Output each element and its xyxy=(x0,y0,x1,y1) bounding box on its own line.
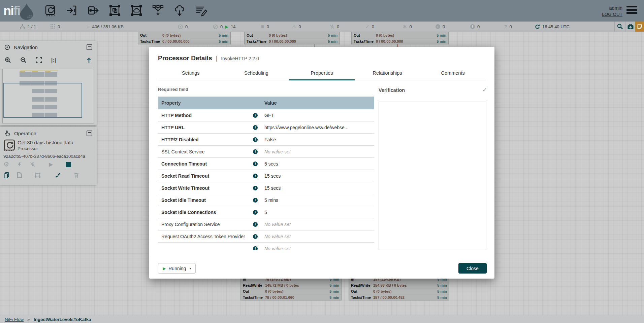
copy-icon[interactable] xyxy=(3,172,9,178)
verify-check-icon[interactable]: ✓ xyxy=(482,86,487,94)
tab-scheduling[interactable]: Scheduling xyxy=(224,66,289,80)
active-threads-status: 0 xyxy=(51,22,60,32)
zoom-out-button[interactable] xyxy=(20,57,27,63)
info-icon[interactable]: i xyxy=(253,198,258,203)
configure-icon[interactable]: ⚙ xyxy=(3,161,9,168)
global-menu-icon[interactable] xyxy=(626,6,637,14)
palette-process-group-icon[interactable] xyxy=(108,3,121,19)
stop-icon[interactable] xyxy=(66,162,71,167)
column-value: Value xyxy=(253,100,277,106)
running-status: ▶ 14 xyxy=(225,22,235,32)
paste-icon[interactable] xyxy=(17,172,22,178)
breadcrumb-root-link[interactable]: NiFi Flow xyxy=(5,317,24,322)
info-icon[interactable]: i xyxy=(253,246,258,251)
search-button[interactable] xyxy=(614,22,625,32)
info-icon[interactable]: i xyxy=(253,222,258,227)
info-icon[interactable]: i xyxy=(253,210,258,215)
collapse-icon[interactable] xyxy=(87,44,92,50)
table-row: Socket Write Timeout i 15 secs xyxy=(158,182,374,194)
up-to-date-status: ✓ 0 xyxy=(365,22,374,32)
info-icon[interactable]: i xyxy=(253,234,258,239)
queued-status: ≡ 406 / 351.06 KB xyxy=(87,22,124,32)
palette-output-port-icon[interactable] xyxy=(87,3,100,19)
info-icon[interactable]: i xyxy=(253,174,258,178)
refresh-icon[interactable] xyxy=(535,24,540,29)
minimap-node xyxy=(45,72,57,77)
palette-processor-icon[interactable] xyxy=(44,3,57,19)
search-icon xyxy=(617,24,623,30)
cluster-status: 1 / 1 xyxy=(20,22,36,32)
table-row: Socket Idle Timeout i 5 mins xyxy=(158,194,374,206)
table-row: Socket Idle Connections i 5 xyxy=(158,206,374,218)
locally-modified-status: ∗ 0 xyxy=(402,22,412,32)
tab-properties[interactable]: Properties xyxy=(289,66,355,80)
palette-input-port-icon[interactable] xyxy=(65,3,78,19)
run-state-button[interactable]: ▶ Running ▾ xyxy=(158,263,196,274)
dialog-tabs: Settings Scheduling Properties Relations… xyxy=(158,66,486,80)
first-aid-button[interactable] xyxy=(625,22,635,32)
table-row: Connection Timeout i 5 secs xyxy=(158,158,374,170)
info-icon[interactable]: i xyxy=(253,149,258,154)
table-row: SSL Context Service i No value set xyxy=(158,146,374,158)
nifi-droplet-icon xyxy=(18,3,35,20)
threads-grid-icon xyxy=(51,24,55,29)
breadcrumb-separator: » xyxy=(27,317,30,322)
transmitting-icon xyxy=(178,24,183,29)
table-row: HTTP Method i GET xyxy=(158,109,374,121)
tab-settings[interactable]: Settings xyxy=(158,66,224,80)
refresh-status: 16:45:40 UTC xyxy=(535,22,570,32)
enable-icon[interactable] xyxy=(17,162,22,167)
operation-actions-row-2 xyxy=(3,172,79,178)
zoom-fit-button[interactable] xyxy=(36,57,42,63)
logout-link[interactable]: LOG OUT xyxy=(602,12,622,17)
navigation-panel-header: Navigation xyxy=(0,41,97,53)
table-row: Proxy Configuration Service i No value s… xyxy=(158,218,374,230)
table-row: Socket Read Timeout i 15 secs xyxy=(158,170,374,182)
zoom-actual-size-button[interactable]: |:| xyxy=(51,57,57,63)
palette-label-icon[interactable] xyxy=(195,3,207,19)
dialog-title-row: Processor Details | InvokeHTTP 2.2.0 xyxy=(158,55,259,62)
navigation-toolbar: |:| xyxy=(0,53,97,65)
navigate-icon xyxy=(4,44,10,50)
verification-results-box xyxy=(379,102,486,250)
info-icon[interactable]: i xyxy=(253,162,258,166)
info-icon[interactable]: i xyxy=(253,137,258,142)
processor-stats: Out0 (0 bytes)5 min Tasks/Time0 / 00:00:… xyxy=(138,32,231,44)
selected-component-id: 92a2cfb5-407b-337d-8606-eaca100acd4a xyxy=(3,154,85,159)
username: admin xyxy=(609,5,623,11)
properties-table[interactable]: Property Value HTTP Method i GET HTTP UR… xyxy=(158,97,374,250)
info-icon[interactable]: i xyxy=(253,125,258,130)
info-icon[interactable]: i xyxy=(253,186,258,190)
disabled-status: 0 xyxy=(330,22,339,32)
palette-funnel-icon[interactable] xyxy=(152,3,164,19)
table-row: HTTP URL i https://www.pegelonline.wsv.d… xyxy=(158,121,374,134)
not-transmitting-status: 0 xyxy=(213,22,223,32)
leave-group-button[interactable] xyxy=(86,57,92,63)
info-icon[interactable]: i xyxy=(253,113,258,118)
tab-comments[interactable]: Comments xyxy=(420,66,486,80)
column-property: Property xyxy=(158,100,253,106)
selected-component-type: Processor xyxy=(18,146,38,151)
minimap-node xyxy=(32,71,38,72)
color-icon[interactable] xyxy=(54,172,60,178)
disabled-icon xyxy=(330,24,334,29)
tab-relationships[interactable]: Relationships xyxy=(355,66,420,80)
stopped-icon: ■ xyxy=(261,24,264,29)
breadcrumb-current: IngestWaterLevelsToKafka xyxy=(34,317,91,322)
stale-status: ↑ 0 xyxy=(436,22,445,32)
collapse-icon[interactable] xyxy=(87,131,92,136)
delete-icon[interactable] xyxy=(74,172,79,178)
first-aid-icon xyxy=(627,24,634,30)
nifi-logo: nifi xyxy=(0,1,35,20)
running-icon: ▶ xyxy=(225,25,228,29)
flow-notice-button[interactable] xyxy=(635,22,644,32)
palette-remote-process-group-icon[interactable] xyxy=(130,3,143,19)
zoom-in-button[interactable] xyxy=(5,57,11,63)
close-button[interactable]: Close xyxy=(458,263,487,274)
birdseye-minimap[interactable] xyxy=(2,69,94,123)
start-icon[interactable]: ▶ xyxy=(49,162,53,167)
disable-icon[interactable] xyxy=(30,162,35,167)
group-icon[interactable] xyxy=(34,172,41,178)
minimap-viewport[interactable] xyxy=(3,83,82,118)
palette-template-icon[interactable] xyxy=(173,3,186,19)
